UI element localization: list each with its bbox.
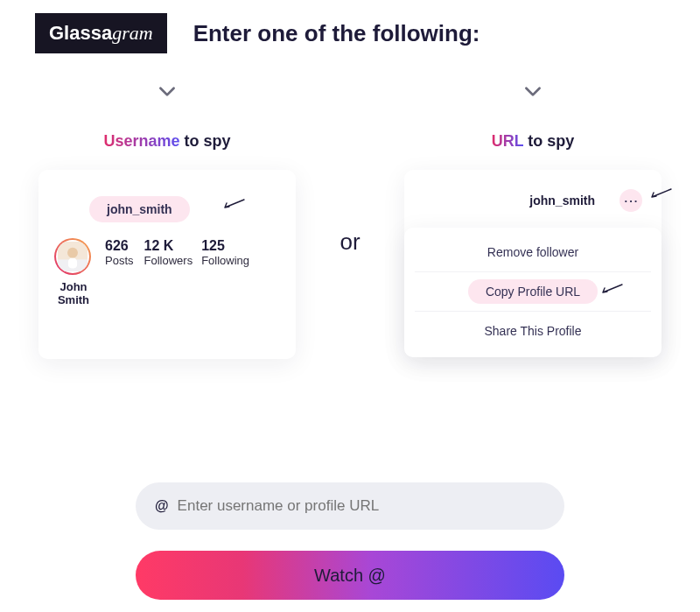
arrow-annotation-icon [600,283,623,295]
profile-stats: 626 Posts 12 K Followers 125 Following [105,238,249,267]
left-subhead-colored: Username [103,132,179,150]
display-name: John Smith [54,280,93,306]
profile-menu: Remove follower Copy Profile URL Share T… [404,228,662,357]
arrow-annotation-icon [649,187,672,200]
svg-point-2 [67,248,78,258]
or-divider: or [340,229,360,256]
brand-part2: gram [112,22,152,44]
brand-part1: Glassa [49,22,112,44]
chevron-down-icon [522,80,544,106]
avatar[interactable] [54,238,91,275]
chevron-down-icon [156,80,178,106]
username-card: john_smith [38,170,296,359]
brand-logo: Glassagram [35,13,167,53]
left-subhead: Username to spy [103,132,230,151]
right-subhead: URL to spy [492,132,575,151]
right-subhead-rest: to spy [523,132,574,150]
stat-posts: 626 Posts [105,238,134,267]
search-input[interactable] [178,497,545,515]
more-options-button[interactable]: ··· [620,189,642,212]
url-card: john_smith ··· Remove follower Copy Prof… [404,170,662,357]
at-icon: @ [155,498,169,514]
menu-copy-profile-url[interactable]: Copy Profile URL [415,271,651,311]
right-subhead-colored: URL [492,132,524,150]
arrow-annotation-icon [222,198,245,210]
username-pill[interactable]: john_smith [89,196,190,222]
menu-remove-follower[interactable]: Remove follower [415,233,651,271]
search-bar[interactable]: @ [136,482,564,530]
stat-following: 125 Following [201,238,249,267]
url-card-username: john_smith [529,193,595,208]
watch-button[interactable]: Watch @ [136,551,564,600]
page-title: Enter one of the following: [193,20,480,47]
menu-share-profile[interactable]: Share This Profile [415,311,651,350]
left-subhead-rest: to spy [180,132,231,150]
stat-followers: 12 K Followers [144,238,193,267]
svg-rect-3 [68,258,77,269]
